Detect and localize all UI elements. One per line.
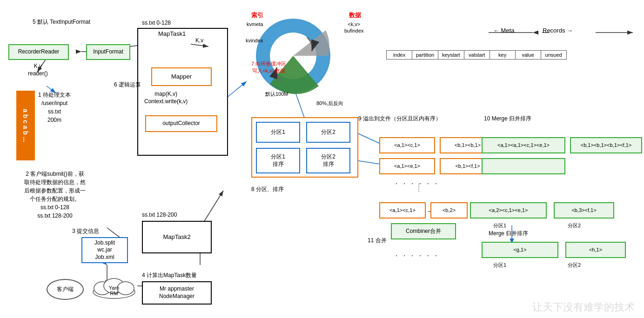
merge1-box: <a,1><a,1><c,1><e,1> (482, 137, 565, 153)
mapper-box: Mapper (151, 67, 212, 86)
step1-label: 1 待处理文本/user/inputss.txt200m (38, 91, 71, 124)
step4-label: 4 计算出MapTask数量 (142, 272, 197, 279)
merge2-box: <b,1><b,1><b,1><f,1> (570, 137, 642, 153)
sstxt-label: ss.txt 128-200 (142, 212, 177, 219)
zone2-sort-box: 分区2排序 (306, 148, 350, 173)
combine1-box: <a,1><c,1> (379, 202, 426, 219)
yarn-cloud: YarnRM (91, 274, 137, 300)
input-format-box: InputFormat (86, 44, 130, 60)
merge-label2: Merge 归并排序 (489, 230, 528, 238)
zone2-label: 分区2 (568, 222, 581, 229)
step11-label: 11 合并 (368, 237, 387, 245)
final-merge2-box: <h,1> (565, 242, 626, 258)
zone1-box: 分区1 (256, 122, 300, 143)
step3-label: 3 提交信息 (72, 228, 99, 235)
kv-label: K,vreader() (28, 63, 48, 77)
maptask2-box: MapTask2 (142, 221, 212, 253)
step10-label: 10 Merge 归并排序 (484, 115, 531, 123)
zone1-label: 分区1 (493, 222, 506, 229)
kvmeta-label: kvmeta (247, 21, 263, 27)
percent80-label: 80%,后反向 (316, 100, 343, 106)
sstxt0128-label: ss.txt 0-128 (142, 20, 171, 27)
diagram: 5 默认 TextInputFormat RecorderReader Inpu… (0, 0, 644, 318)
file-stack: a b c a b ... (16, 91, 35, 160)
data-label: 数据 (349, 12, 361, 20)
map-kv-label: map(K,v)Context.write(k,v) (144, 91, 188, 105)
kv-inside-label: K,v (195, 37, 203, 45)
meta-col-unsued: unsued (541, 51, 566, 60)
merge3-box (482, 158, 565, 174)
overflow3-box: <a,1><e,1> (379, 158, 435, 174)
zone2-box: 分区2 (306, 122, 350, 143)
final-merge1-box: <g,1> (482, 242, 558, 258)
step8-label: 8 分区、排序 (251, 186, 284, 193)
dots2: · · · · · · (396, 251, 439, 261)
overflow1-box: <a,1><c,1> (379, 137, 435, 153)
combiner-box: Combiner合并 (391, 223, 456, 239)
zone1-sort-box: 分区1排序 (256, 148, 300, 173)
step2-label: 2 客户端submit()前，获取待处理数据的信息，然后根据参数配置，形成一个任… (8, 170, 101, 220)
meta-col-key: key (490, 51, 515, 60)
meta-col-index: index (387, 51, 412, 60)
watermark: 让天下没有难学的技术 (532, 300, 635, 314)
mr-appmaster-box: Mr appmasterNodeManager (142, 281, 212, 305)
output-collector-box: outputCollector (145, 115, 217, 132)
maptask1-label: MapTask1 (158, 30, 186, 38)
kvindex-label: kvindex (246, 37, 263, 44)
meta-table: index partition keystart valstart key va… (386, 50, 567, 60)
step5-label: 5 默认 TextInputFormat (33, 19, 90, 26)
meta-col-keystart: keystart (438, 51, 464, 60)
default100m-label: 默认100M (265, 91, 288, 97)
kv-bufindex-label: <k,v>bufindex (344, 21, 364, 34)
zone1-label2: 分区1 (493, 262, 506, 268)
merge-result1-box: <a,2><c,1><e,1> (470, 202, 547, 219)
step9-label: 9 溢出到文件（分区且区内有序） (358, 115, 441, 123)
dots1: · · · · · · (396, 179, 439, 189)
zone2-label2: 分区2 (568, 262, 581, 268)
step7-label: 7 向环形缓冲区写入<k,v>数据 (251, 60, 286, 75)
records-label: Records → (543, 27, 573, 35)
step6-label: 6 逻辑运算 (114, 81, 141, 89)
job-split-box: Job.splitwc.jarJob.xml (81, 237, 128, 263)
meta-col-value: value (515, 51, 541, 60)
meta-col-partition: partition (412, 51, 438, 60)
recorder-reader-box: RecorderReader (8, 44, 69, 60)
meta-col-valstart: valstart (464, 51, 490, 60)
index-label: 索引 (251, 12, 263, 20)
merge-result2-box: <b,3><f,1> (554, 202, 614, 219)
client-ellipse: 客户端 (47, 279, 84, 300)
meta-label: ← Meta (493, 27, 515, 35)
combine2-box: <b,2> (430, 202, 468, 219)
